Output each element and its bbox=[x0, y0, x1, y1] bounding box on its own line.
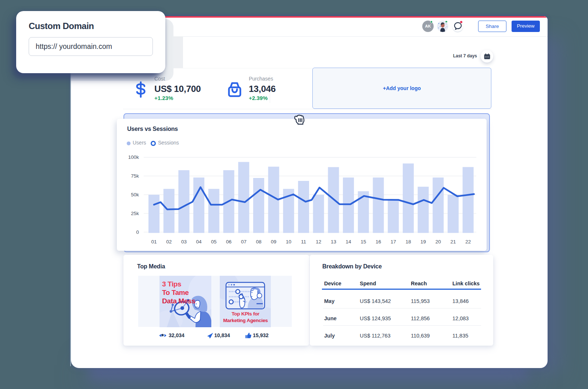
svg-text:15: 15 bbox=[361, 239, 366, 245]
svg-text:18: 18 bbox=[405, 239, 411, 245]
svg-text:05: 05 bbox=[211, 239, 216, 245]
svg-text:03: 03 bbox=[181, 239, 187, 245]
svg-text:3 Tips: 3 Tips bbox=[162, 280, 181, 288]
svg-text:14: 14 bbox=[346, 239, 352, 245]
svg-text:19: 19 bbox=[420, 239, 426, 245]
svg-text:04: 04 bbox=[196, 239, 202, 245]
svg-text:01: 01 bbox=[151, 239, 157, 245]
svg-text:08: 08 bbox=[256, 239, 261, 245]
svg-text:50k: 50k bbox=[131, 192, 139, 197]
svg-text:02: 02 bbox=[166, 239, 172, 245]
svg-text:09: 09 bbox=[271, 239, 276, 245]
svg-text:0: 0 bbox=[136, 229, 139, 235]
svg-text:Top KPIs for: Top KPIs for bbox=[232, 311, 260, 317]
svg-text:06: 06 bbox=[226, 239, 232, 245]
svg-text:10: 10 bbox=[286, 239, 291, 245]
svg-text:25k: 25k bbox=[131, 211, 139, 216]
svg-text:17: 17 bbox=[391, 239, 396, 245]
svg-text:12: 12 bbox=[316, 239, 321, 245]
svg-text:22: 22 bbox=[465, 239, 471, 245]
svg-text:21: 21 bbox=[450, 239, 456, 245]
svg-text:11: 11 bbox=[301, 239, 306, 245]
svg-text:16: 16 bbox=[376, 239, 381, 245]
svg-text:75k: 75k bbox=[131, 173, 139, 179]
svg-text:To Tame: To Tame bbox=[162, 289, 189, 296]
svg-text:07: 07 bbox=[241, 239, 247, 245]
svg-text:20: 20 bbox=[435, 239, 441, 245]
svg-text:100k: 100k bbox=[128, 154, 139, 160]
svg-text:Data Mess: Data Mess bbox=[162, 297, 195, 305]
svg-text:13: 13 bbox=[331, 239, 336, 245]
svg-text:Marketing Agencies: Marketing Agencies bbox=[223, 318, 268, 323]
